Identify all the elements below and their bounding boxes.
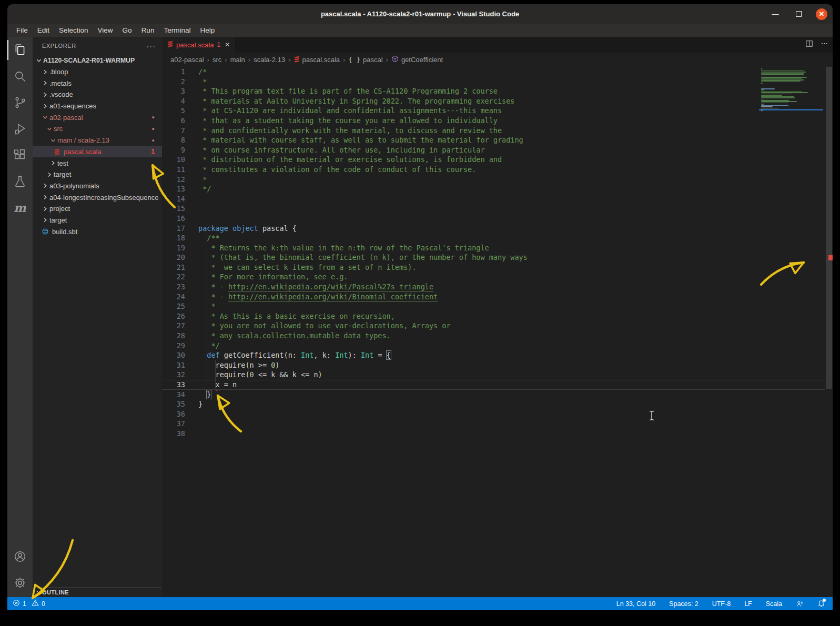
code-line-11[interactable]: 11 * constitutes a violation of the code…	[162, 165, 833, 175]
breadcrumb-pascal[interactable]: { }pascal	[348, 56, 382, 64]
maximize-button[interactable]	[793, 8, 804, 20]
tree-item-target[interactable]: target	[33, 215, 162, 226]
code-line-37[interactable]: 37	[162, 419, 833, 429]
code-line-3[interactable]: 3 * This program text file is part of th…	[162, 86, 833, 96]
breadcrumb-getCoefficient[interactable]: getCoefficient	[391, 55, 443, 64]
status-scala[interactable]: Scala	[766, 600, 782, 608]
code-line-21[interactable]: 21 * we can select k items from a set of…	[162, 262, 833, 272]
more-actions-icon[interactable]	[821, 40, 828, 49]
code-line-14[interactable]: 14	[162, 194, 833, 204]
activity-accounts[interactable]	[7, 543, 33, 570]
tree-item-a01-sequences[interactable]: a01-sequences	[33, 100, 162, 112]
code-line-18[interactable]: 18 /**	[162, 233, 833, 243]
code-line-33[interactable]: 33 x = n	[162, 380, 833, 390]
code-line-22[interactable]: 22 * For more information, see e.g.	[162, 272, 833, 282]
code-line-1[interactable]: 1/*	[162, 67, 833, 77]
breadcrumb-scala-2-13[interactable]: scala-2.13	[254, 56, 285, 64]
minimize-button[interactable]: —	[770, 8, 781, 20]
outline-section[interactable]: OUTLINE	[33, 587, 162, 597]
activity-metals[interactable]: m	[7, 195, 33, 221]
activity-settings[interactable]	[7, 570, 33, 596]
menu-view[interactable]: View	[93, 24, 118, 37]
code-line-32[interactable]: 32 require(0 <= k && k <= n)	[162, 370, 833, 380]
code-line-38[interactable]: 38	[162, 429, 833, 439]
activity-run-and-debug[interactable]	[7, 116, 33, 142]
tree-item-pascal-scala[interactable]: pascal.scala1	[33, 146, 162, 158]
tree-item-target[interactable]: target	[33, 169, 162, 180]
close-button[interactable]: ✕	[816, 8, 827, 20]
code-line-12[interactable]: 12 *	[162, 175, 833, 185]
activity-extensions[interactable]	[7, 142, 33, 168]
status-utf-8[interactable]: UTF-8	[712, 600, 731, 608]
code-line-7[interactable]: 7 * and confidentially work with the mat…	[162, 126, 833, 136]
split-editor-icon[interactable]	[805, 40, 813, 49]
code-line-30[interactable]: 30 def getCoefficient(n: Int, k: Int): I…	[162, 350, 833, 360]
status-lf[interactable]: LF	[744, 600, 752, 608]
tree-item--bloop[interactable]: .bloop	[33, 66, 162, 78]
breadcrumb-main[interactable]: main	[230, 56, 245, 64]
code-line-26[interactable]: 26 * As this is a basic exercise on recu…	[162, 311, 833, 321]
code-line-20[interactable]: 20 * (that is, the binomial coefficient …	[162, 253, 833, 262]
tree-item--vscode[interactable]: .vscode	[33, 89, 162, 100]
menu-file[interactable]: File	[12, 24, 33, 37]
code-line-5[interactable]: 5 * at CS-A1120 are individual and confi…	[162, 106, 833, 116]
menu-selection[interactable]: Selection	[54, 24, 93, 37]
code-line-29[interactable]: 29 */	[162, 341, 833, 351]
menu-terminal[interactable]: Terminal	[159, 24, 195, 37]
menu-run[interactable]: Run	[137, 24, 159, 37]
problems-indicator[interactable]: 1 0	[7, 599, 45, 608]
code-line-9[interactable]: 9 * on course infrastructure. All other …	[162, 145, 833, 155]
activity-search[interactable]	[7, 63, 33, 89]
code-line-31[interactable]: 31 require(n >= 0)	[162, 360, 833, 370]
tree-item-a03-polynomials[interactable]: a03-polynomials	[33, 180, 162, 192]
code-line-36[interactable]: 36	[162, 409, 833, 419]
code-line-34[interactable]: 34 }	[162, 390, 833, 400]
code-line-17[interactable]: 17package object pascal {	[162, 224, 833, 234]
breadcrumb-src[interactable]: src	[212, 56, 221, 64]
code-line-2[interactable]: 2 *	[162, 77, 833, 87]
tree-item-test[interactable]: test	[33, 157, 162, 169]
tree-item-project[interactable]: project	[33, 203, 162, 215]
explorer-more-actions-icon[interactable]: ···	[146, 42, 156, 51]
status-ln[interactable]: Ln 33, Col 10	[616, 600, 655, 608]
code-line-25[interactable]: 25 *	[162, 301, 833, 311]
tree-item-a02-pascal[interactable]: a02-pascal●	[33, 112, 162, 123]
bell-icon[interactable]	[817, 600, 825, 608]
code-line-15[interactable]: 15	[162, 204, 833, 214]
code-line-16[interactable]: 16	[162, 214, 833, 224]
code-editor[interactable]: 1/*2 *3 * This program text file is part…	[162, 67, 833, 597]
code-line-8[interactable]: 8 * material with course staff, as well …	[162, 135, 833, 145]
feedback-icon[interactable]	[796, 600, 804, 608]
tree-item--metals[interactable]: .metals	[33, 77, 162, 89]
tree-item-build-sbt[interactable]: build.sbt	[33, 226, 162, 237]
menu-edit[interactable]: Edit	[33, 24, 54, 37]
code-line-10[interactable]: 10 * distribution of the material or exe…	[162, 155, 833, 165]
tree-item-main-scala-2-13[interactable]: main / scala-2.13●	[33, 135, 162, 146]
scrollbar-thumb[interactable]	[826, 67, 832, 389]
code-line-6[interactable]: 6 * that as a student taking the course …	[162, 116, 833, 126]
title-bar[interactable]: pascal.scala - A1120-scala2-r01-warmup -…	[7, 4, 833, 24]
code-line-24[interactable]: 24 * - http://en.wikipedia.org/wiki/Bino…	[162, 292, 833, 302]
scrollbar[interactable]	[825, 67, 833, 597]
tree-item-a1120-scala2-r01-warmup[interactable]: A1120-SCALA2-R01-WARMUP	[33, 55, 162, 66]
menu-go[interactable]: Go	[118, 24, 137, 37]
status-spaces[interactable]: Spaces: 2	[669, 600, 699, 608]
code-line-35[interactable]: 35}	[162, 399, 833, 409]
activity-source-control[interactable]	[7, 89, 33, 116]
tree-item-src[interactable]: src●	[33, 123, 162, 135]
code-line-19[interactable]: 19 * Returns the k:th value in the n:th …	[162, 243, 833, 253]
code-line-28[interactable]: 28 * any scala.collection.mutable data t…	[162, 331, 833, 341]
breadcrumb-a02-pascal[interactable]: a02-pascal	[170, 56, 204, 64]
activity-testing[interactable]	[7, 168, 33, 195]
tab-pascal-scala[interactable]: pascal.scala1✕	[162, 37, 236, 53]
code-line-23[interactable]: 23 * - http://en.wikipedia.org/wiki/Pasc…	[162, 282, 833, 292]
code-line-13[interactable]: 13 */	[162, 184, 833, 194]
breadcrumb-pascal-scala[interactable]: pascal.scala	[294, 55, 340, 64]
tree-item-a04-longestincreasingsubsequence[interactable]: a04-longestIncreasingSubsequence	[33, 191, 162, 203]
menu-help[interactable]: Help	[195, 24, 219, 37]
activity-explorer[interactable]	[7, 37, 33, 63]
close-tab-icon[interactable]: ✕	[225, 41, 230, 48]
code-line-4[interactable]: 4 * materials at Aalto University in Spr…	[162, 96, 833, 106]
symbol-package-icon	[391, 55, 399, 64]
code-line-27[interactable]: 27 * you are not allowed to use var-decl…	[162, 321, 833, 331]
